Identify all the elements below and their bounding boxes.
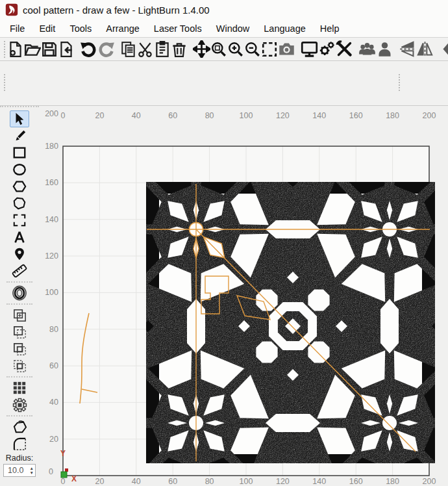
draw-lines-tool[interactable]: [10, 127, 29, 144]
edit-nodes-tool[interactable]: [10, 195, 29, 212]
pattern-image[interactable]: [146, 182, 435, 463]
mirror-partial-button[interactable]: [434, 40, 448, 58]
device-settings-button[interactable]: [318, 40, 336, 58]
menu-edit[interactable]: Edit: [32, 21, 62, 36]
edit-text-frame-tool[interactable]: [10, 212, 29, 229]
svg-text:140: 140: [312, 477, 326, 486]
zoom-in-button[interactable]: [227, 40, 244, 58]
preview-button[interactable]: [301, 40, 318, 58]
menubar: File Edit Tools Arrange Laser Tools Wind…: [0, 19, 448, 37]
palette-separator: [6, 376, 32, 377]
menu-arrange[interactable]: Arrange: [99, 21, 147, 36]
move-laser-button[interactable]: [193, 40, 210, 58]
ungroup-button[interactable]: [376, 40, 393, 58]
svg-text:160: 160: [45, 178, 58, 187]
menu-file[interactable]: File: [3, 21, 32, 36]
svg-text:60: 60: [49, 361, 58, 370]
group-button[interactable]: [358, 40, 376, 58]
open-file-button[interactable]: [24, 40, 41, 58]
svg-text:80: 80: [205, 111, 214, 120]
new-file-button[interactable]: [7, 40, 24, 58]
cut-button[interactable]: [137, 40, 154, 58]
y-axis-label: Y: [60, 449, 66, 458]
offset-shapes-tool[interactable]: [10, 285, 29, 301]
radius-input[interactable]: 10.0▲▼: [3, 464, 36, 477]
camera-capture-button[interactable]: [278, 40, 295, 58]
workspace-canvas[interactable]: 200 0 20 40 60 80 100 120 140 160 180 20…: [39, 106, 448, 486]
delete-button[interactable]: [171, 40, 188, 58]
redo-button[interactable]: [97, 40, 115, 58]
svg-text:200: 200: [423, 477, 436, 486]
svg-text:100: 100: [45, 288, 58, 297]
measure-tool[interactable]: [10, 262, 29, 279]
svg-text:80: 80: [49, 325, 58, 334]
svg-text:60: 60: [168, 477, 177, 486]
polygon-tool[interactable]: [10, 178, 29, 195]
laser-position-marker: [65, 468, 68, 472]
apply-path-to-text-tool[interactable]: [10, 418, 29, 435]
svg-text:20: 20: [95, 477, 104, 486]
circular-array-tool[interactable]: [10, 396, 29, 413]
svg-text:180: 180: [386, 477, 399, 486]
radius-label: Radius:: [0, 454, 39, 463]
window-title: cool pattern - draw a few - LightBurn 1.…: [23, 5, 210, 16]
grid-array-tool[interactable]: [10, 379, 29, 396]
svg-text:140: 140: [45, 215, 58, 224]
svg-text:180: 180: [45, 142, 58, 151]
palette-separator: [6, 303, 32, 305]
creation-tools-palette: Radius: 10.0▲▼: [0, 106, 39, 486]
svg-text:120: 120: [276, 477, 290, 486]
text-tool[interactable]: [10, 229, 29, 246]
svg-text:180: 180: [386, 111, 399, 120]
boolean-difference-tool[interactable]: [10, 357, 29, 374]
svg-text:40: 40: [132, 477, 141, 486]
svg-text:0: 0: [61, 477, 66, 486]
svg-text:20: 20: [95, 111, 104, 120]
svg-text:20: 20: [49, 435, 58, 444]
position-laser-tool[interactable]: [10, 246, 29, 262]
boolean-union-tool[interactable]: [10, 307, 29, 324]
svg-text:100: 100: [240, 477, 253, 486]
svg-text:40: 40: [132, 111, 141, 120]
svg-text:40: 40: [49, 398, 58, 407]
svg-text:120: 120: [276, 111, 290, 120]
ellipse-tool[interactable]: [10, 161, 29, 178]
boolean-subtract-tool[interactable]: [10, 324, 29, 340]
zoom-to-page-button[interactable]: [210, 40, 227, 58]
zoom-out-button[interactable]: [244, 40, 261, 58]
svg-text:0: 0: [49, 467, 53, 476]
flip-vertical-button[interactable]: [399, 40, 416, 58]
svg-text:140: 140: [312, 111, 326, 120]
import-button[interactable]: [58, 40, 75, 58]
svg-text:160: 160: [349, 477, 363, 486]
svg-text:200: 200: [45, 109, 58, 118]
undo-button[interactable]: [80, 40, 97, 58]
toolbar-drag-handle[interactable]: [4, 74, 8, 91]
frame-selection-button[interactable]: [261, 40, 278, 58]
x-axis-label: X: [71, 474, 77, 483]
menu-tools[interactable]: Tools: [62, 21, 99, 36]
radius-corners-tool[interactable]: [10, 435, 29, 452]
toolbar-drag-handle[interactable]: [4, 41, 5, 58]
titlebar: cool pattern - draw a few - LightBurn 1.…: [0, 0, 448, 19]
settings-button[interactable]: [336, 40, 353, 58]
spinner-arrows-icon[interactable]: ▲▼: [29, 466, 35, 476]
select-tool[interactable]: [10, 110, 29, 127]
svg-text:100: 100: [240, 111, 253, 120]
svg-text:80: 80: [205, 477, 214, 486]
boolean-intersect-tool[interactable]: [10, 340, 29, 357]
menu-help[interactable]: Help: [313, 21, 347, 36]
svg-text:60: 60: [168, 111, 177, 120]
svg-text:120: 120: [45, 251, 58, 261]
svg-text:0: 0: [61, 111, 66, 120]
svg-text:160: 160: [349, 111, 363, 120]
rectangle-tool[interactable]: [10, 144, 29, 161]
copy-button[interactable]: [120, 40, 137, 58]
menu-laser-tools[interactable]: Laser Tools: [147, 21, 209, 36]
menu-window[interactable]: Window: [209, 21, 257, 36]
save-button[interactable]: [41, 40, 58, 58]
flip-horizontal-button[interactable]: [416, 40, 434, 58]
toolbar-drag-handle[interactable]: [399, 74, 403, 91]
paste-button[interactable]: [154, 40, 171, 58]
menu-language[interactable]: Language: [256, 21, 313, 36]
